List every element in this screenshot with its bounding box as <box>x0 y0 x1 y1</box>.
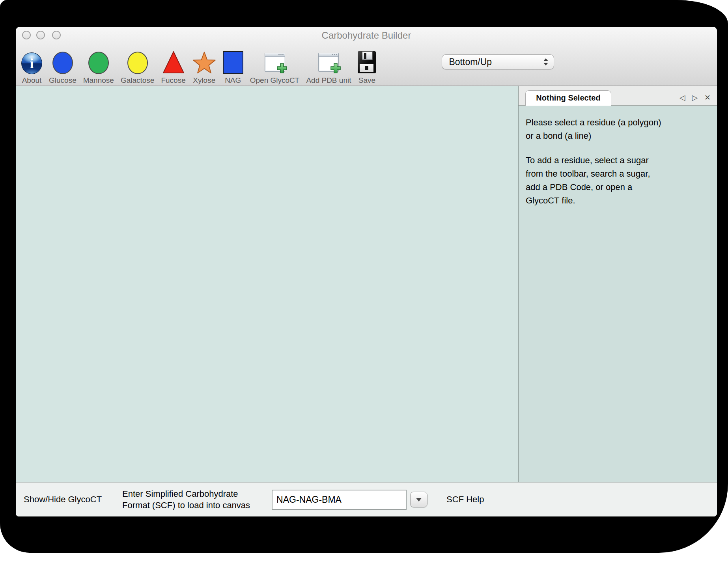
tab-nothing-selected[interactable]: Nothing Selected <box>525 90 611 106</box>
panel-forward-icon[interactable]: ▷ <box>692 94 698 101</box>
main-area: Nothing Selected ◁ ▷ ✕ Please select a r… <box>16 86 717 482</box>
toolbar-button-nag[interactable]: NAG <box>223 50 243 85</box>
info-orb-icon: i <box>21 52 42 74</box>
toolbar-label: Open GlycoCT <box>250 76 300 85</box>
add-plus-icon <box>276 63 287 74</box>
window-document-icon <box>318 53 339 72</box>
toolbar-button-galactose[interactable]: Galactose <box>121 50 155 85</box>
toolbar-label: Save <box>358 76 375 85</box>
nag-square-icon <box>223 51 243 74</box>
panel-message-secondary: To add a residue, select a sugar from th… <box>526 154 711 207</box>
zoom-window-button[interactable] <box>52 31 61 39</box>
mannose-circle-icon <box>88 52 109 74</box>
fucose-triangle-icon <box>162 50 185 74</box>
scf-help-link[interactable]: SCF Help <box>446 494 484 505</box>
show-hide-glycoct-toggle[interactable]: Show/Hide GlycoCT <box>24 494 102 505</box>
close-window-button[interactable] <box>22 31 31 39</box>
direction-popup-value: Bottom/Up <box>449 57 543 67</box>
window-document-icon <box>265 53 285 72</box>
drawing-canvas[interactable] <box>16 86 518 482</box>
window-title: Carbohydrate Builder <box>16 27 717 44</box>
galactose-circle-icon <box>127 52 148 74</box>
glucose-circle-icon <box>52 52 73 74</box>
toolbar-button-about[interactable]: i About <box>21 50 42 85</box>
toolbar-button-add-pdb-unit[interactable]: Add PDB unit <box>306 50 351 85</box>
scf-history-dropdown-button[interactable] <box>410 492 427 507</box>
toolbar-label: Glucose <box>49 76 77 85</box>
panel-close-icon[interactable]: ✕ <box>704 94 711 101</box>
scf-input[interactable] <box>272 490 407 510</box>
carbohydrate-builder-window: Carbohydrate Builder i About Glucose Man… <box>16 27 717 516</box>
xylose-star-icon <box>192 51 216 74</box>
toolbar-label: Add PDB unit <box>306 76 351 85</box>
toolbar-button-fucose[interactable]: Fucose <box>161 50 185 85</box>
toolbar-label: Mannose <box>83 76 114 85</box>
toolbar-label: NAG <box>225 76 241 85</box>
direction-popup-button[interactable]: Bottom/Up <box>442 54 554 69</box>
panel-content: Please select a residue (a polygon) or a… <box>519 106 717 482</box>
toolbar-button-glucose[interactable]: Glucose <box>49 50 77 85</box>
popup-stepper-arrows-icon <box>543 58 548 65</box>
toolbar-label: About <box>22 76 42 85</box>
floppy-disk-icon <box>358 51 376 73</box>
toolbar-button-xylose[interactable]: Xylose <box>192 50 216 85</box>
inspector-panel: Nothing Selected ◁ ▷ ✕ Please select a r… <box>519 86 717 482</box>
toolbar: i About Glucose Mannose Galactose <box>16 43 717 85</box>
bottom-bar: Show/Hide GlycoCT Enter Simplified Carbo… <box>16 482 717 516</box>
minimize-window-button[interactable] <box>36 31 45 39</box>
panel-message-primary: Please select a residue (a polygon) or a… <box>526 116 711 143</box>
toolbar-label: Xylose <box>193 76 215 85</box>
panel-back-icon[interactable]: ◁ <box>679 94 685 101</box>
add-plus-icon <box>330 63 341 74</box>
toolbar-button-mannose[interactable]: Mannose <box>83 50 114 85</box>
toolbar-button-open-glycoct[interactable]: Open GlycoCT <box>250 50 300 85</box>
window-header: Carbohydrate Builder i About Glucose Man… <box>16 27 717 86</box>
dropdown-arrow-icon <box>416 498 422 501</box>
toolbar-button-save[interactable]: Save <box>358 50 376 85</box>
toolbar-label: Galactose <box>121 76 155 85</box>
title-bar: Carbohydrate Builder <box>16 27 717 43</box>
panel-tab-row: Nothing Selected ◁ ▷ ✕ <box>519 86 717 106</box>
scf-instruction-label: Enter Simplified Carbohydrate Format (SC… <box>122 488 250 511</box>
panel-tab-nav: ◁ ▷ ✕ <box>679 94 717 105</box>
toolbar-label: Fucose <box>161 76 185 85</box>
